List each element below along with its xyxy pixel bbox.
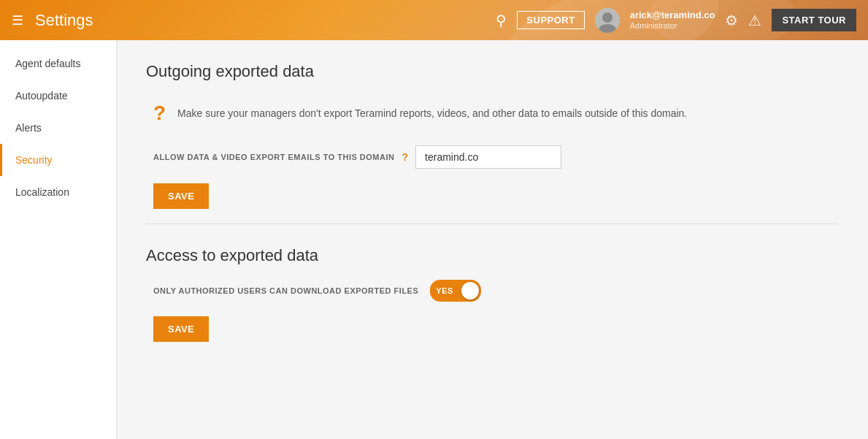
app-title: Settings bbox=[35, 11, 496, 30]
outgoing-section-title: Outgoing exported data bbox=[146, 62, 839, 81]
search-icon[interactable]: ⚲ bbox=[496, 12, 507, 29]
gear-icon[interactable]: ⚙ bbox=[725, 12, 738, 29]
authorized-users-row: ONLY AUTHORIZED USERS CAN DOWNLOAD EXPOR… bbox=[146, 280, 839, 302]
user-role: Administrator bbox=[630, 21, 715, 31]
start-tour-button[interactable]: START TOUR bbox=[772, 9, 856, 31]
header-actions: ⚲ SUPPORT arick@teramind.co Administrato… bbox=[496, 8, 856, 33]
sidebar: Agent defaults Autoupdate Alerts Securit… bbox=[0, 40, 117, 439]
info-text: Make sure your managers don't export Ter… bbox=[177, 103, 687, 121]
sidebar-item-alerts[interactable]: Alerts bbox=[0, 112, 116, 144]
info-box: ? Make sure your managers don't export T… bbox=[146, 103, 839, 123]
main-layout: Agent defaults Autoupdate Alerts Securit… bbox=[0, 40, 868, 439]
domain-field-row: ALLOW DATA & VIDEO EXPORT EMAILS TO THIS… bbox=[146, 145, 839, 169]
access-save-button[interactable]: SAVE bbox=[153, 316, 209, 342]
svg-point-1 bbox=[602, 12, 612, 23]
authorized-users-label: ONLY AUTHORIZED USERS CAN DOWNLOAD EXPOR… bbox=[153, 286, 418, 295]
sidebar-item-agent-defaults[interactable]: Agent defaults bbox=[0, 47, 116, 80]
sidebar-item-security[interactable]: Security bbox=[0, 144, 116, 176]
section-divider bbox=[146, 224, 839, 224]
app-header: ☰ Settings ⚲ SUPPORT arick@teramind.co A… bbox=[0, 0, 868, 40]
domain-input[interactable] bbox=[415, 145, 561, 169]
outgoing-save-button[interactable]: SAVE bbox=[153, 183, 209, 209]
user-name: arick@teramind.co bbox=[630, 9, 715, 21]
domain-help-icon[interactable]: ? bbox=[402, 151, 408, 163]
main-content: Outgoing exported data ? Make sure your … bbox=[117, 40, 868, 439]
avatar bbox=[595, 8, 620, 33]
support-button[interactable]: SUPPORT bbox=[517, 11, 584, 29]
toggle-knob bbox=[461, 282, 479, 299]
question-mark-icon: ? bbox=[153, 103, 166, 123]
menu-icon[interactable]: ☰ bbox=[12, 14, 23, 27]
authorized-toggle[interactable]: YES bbox=[430, 280, 481, 302]
warning-icon[interactable]: ⚠ bbox=[748, 12, 761, 29]
sidebar-item-localization[interactable]: Localization bbox=[0, 176, 116, 208]
user-info: arick@teramind.co Administrator bbox=[630, 9, 715, 31]
toggle-yes-label: YES bbox=[436, 286, 453, 295]
sidebar-item-autoupdate[interactable]: Autoupdate bbox=[0, 80, 116, 112]
access-section-title: Access to exported data bbox=[146, 246, 839, 265]
domain-field-label: ALLOW DATA & VIDEO EXPORT EMAILS TO THIS… bbox=[153, 153, 394, 161]
